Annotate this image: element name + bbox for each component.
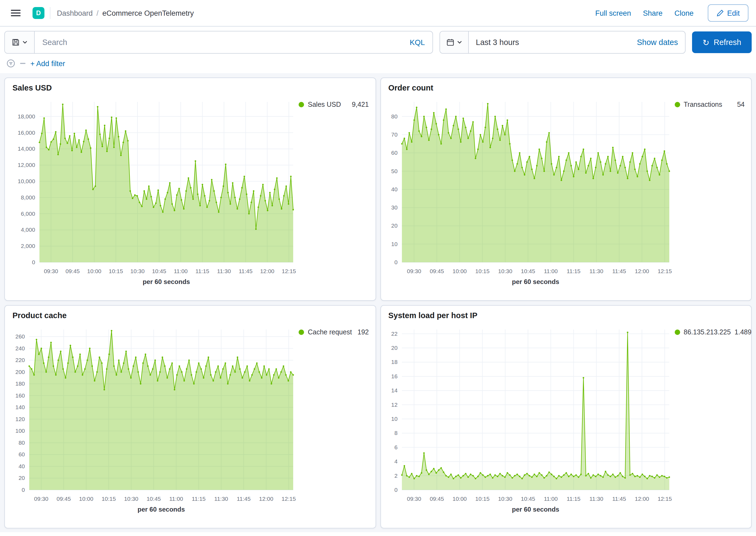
svg-text:220: 220: [16, 357, 25, 363]
chart-legend: Transactions 54: [674, 94, 745, 108]
svg-text:12:15: 12:15: [281, 496, 296, 502]
svg-text:80: 80: [391, 113, 397, 119]
header-actions: Full screen Share Clone Edit: [595, 4, 748, 22]
svg-text:10:30: 10:30: [124, 496, 139, 502]
svg-text:200: 200: [16, 369, 25, 375]
edit-button[interactable]: Edit: [707, 4, 748, 22]
svg-text:10: 10: [391, 241, 397, 247]
panel-title[interactable]: Order count: [387, 83, 745, 94]
chart-legend: 86.135.213.225 1.489: [674, 322, 745, 336]
svg-text:2,000: 2,000: [21, 243, 35, 249]
legend-label: 86.135.213.225: [684, 328, 731, 336]
legend-item[interactable]: Cache request 192: [299, 328, 369, 336]
breadcrumb-separator: /: [96, 9, 99, 17]
kql-selector[interactable]: KQL: [402, 38, 433, 47]
sales-usd-area-chart[interactable]: 02,0004,0006,0008,00010,00012,00014,0001…: [11, 94, 299, 288]
legend-item[interactable]: Sales USD 9,421: [299, 101, 369, 108]
svg-text:per 60 seconds: per 60 seconds: [511, 278, 559, 285]
legend-label: Cache request: [308, 328, 352, 336]
svg-text:140: 140: [16, 404, 25, 410]
svg-text:10:30: 10:30: [498, 268, 512, 274]
svg-text:12: 12: [391, 402, 397, 408]
svg-text:0: 0: [394, 259, 398, 265]
legend-series-dot: [299, 102, 304, 107]
svg-text:09:45: 09:45: [57, 496, 71, 502]
svg-text:10:45: 10:45: [520, 496, 535, 502]
svg-text:11:45: 11:45: [237, 496, 251, 502]
svg-text:16: 16: [391, 373, 397, 379]
svg-text:11:30: 11:30: [589, 268, 603, 274]
breadcrumb: Dashboard / eCommerce OpenTelemetry: [57, 9, 194, 17]
svg-text:09:45: 09:45: [66, 268, 80, 274]
svg-text:16,000: 16,000: [17, 129, 35, 136]
svg-text:14: 14: [391, 387, 398, 393]
svg-text:12:00: 12:00: [260, 268, 275, 274]
svg-text:10:15: 10:15: [109, 268, 123, 274]
svg-text:per 60 seconds: per 60 seconds: [138, 506, 185, 513]
filter-bar: + Add filter: [0, 58, 756, 73]
svg-text:20: 20: [18, 475, 25, 481]
product-cache-area-chart[interactable]: 02040608010012014016018020022024026009:3…: [11, 322, 299, 516]
filter-icon[interactable]: [7, 59, 15, 68]
svg-text:120: 120: [16, 416, 25, 422]
legend-item[interactable]: Transactions 54: [674, 101, 745, 108]
svg-text:per 60 seconds: per 60 seconds: [511, 506, 559, 513]
svg-text:11:00: 11:00: [543, 268, 557, 274]
svg-text:6: 6: [394, 444, 398, 451]
svg-text:10:15: 10:15: [102, 496, 116, 502]
pencil-icon: [716, 10, 723, 17]
panel-title[interactable]: Sales USD: [11, 83, 369, 94]
filter-separator: [20, 63, 25, 64]
legend-item[interactable]: 86.135.213.225 1.489: [674, 328, 745, 336]
svg-text:11:00: 11:00: [174, 268, 188, 274]
svg-text:70: 70: [391, 131, 397, 138]
svg-text:10:00: 10:00: [452, 496, 467, 502]
svg-text:14,000: 14,000: [17, 146, 35, 152]
system-load-area-chart[interactable]: 024681012141618202209:3009:4510:0010:151…: [387, 322, 674, 516]
refresh-button[interactable]: ↻ Refresh: [692, 31, 752, 53]
show-dates-link[interactable]: Show dates: [637, 38, 685, 47]
svg-text:60: 60: [18, 451, 25, 457]
breadcrumb-dashboard[interactable]: Dashboard: [57, 9, 93, 17]
date-picker: Last 3 hours Show dates: [440, 31, 686, 54]
svg-text:09:30: 09:30: [44, 268, 58, 274]
time-range-value[interactable]: Last 3 hours: [469, 38, 637, 47]
search-control: KQL: [4, 31, 433, 54]
quick-select-button[interactable]: [440, 31, 469, 53]
svg-text:40: 40: [18, 463, 25, 469]
page-title: eCommerce OpenTelemetry: [102, 9, 194, 17]
svg-text:11:15: 11:15: [566, 496, 580, 502]
menu-button[interactable]: [8, 5, 24, 21]
saved-query-button[interactable]: [5, 31, 35, 53]
full-screen-link[interactable]: Full screen: [595, 9, 631, 17]
svg-text:10:15: 10:15: [475, 496, 489, 502]
search-input[interactable]: [35, 31, 402, 53]
space-avatar[interactable]: D: [33, 7, 45, 19]
panel-title[interactable]: Product cache: [11, 310, 369, 322]
svg-text:per 60 seconds: per 60 seconds: [143, 278, 190, 285]
svg-text:12:15: 12:15: [657, 496, 672, 502]
share-link[interactable]: Share: [643, 9, 663, 17]
panel-title[interactable]: System load per host IP: [387, 310, 745, 322]
clone-link[interactable]: Clone: [674, 9, 694, 17]
svg-text:22: 22: [391, 331, 397, 337]
svg-text:12,000: 12,000: [17, 162, 35, 168]
svg-text:30: 30: [391, 204, 397, 211]
svg-text:6,000: 6,000: [21, 211, 35, 217]
query-bar: KQL Last 3 hours Show dates ↻ Refresh: [0, 26, 756, 58]
svg-text:10:00: 10:00: [452, 268, 467, 274]
svg-text:8,000: 8,000: [21, 194, 35, 201]
svg-text:11:15: 11:15: [195, 268, 209, 274]
svg-text:11:15: 11:15: [192, 496, 206, 502]
svg-text:11:45: 11:45: [612, 496, 626, 502]
svg-text:10:45: 10:45: [147, 496, 161, 502]
add-filter-link[interactable]: + Add filter: [30, 59, 65, 67]
svg-text:260: 260: [16, 333, 25, 340]
order-count-area-chart[interactable]: 0102030405060708009:3009:4510:0010:1510:…: [387, 94, 674, 288]
svg-text:09:30: 09:30: [407, 496, 421, 502]
svg-text:12:00: 12:00: [635, 268, 649, 274]
app-header: D Dashboard / eCommerce OpenTelemetry Fu…: [0, 0, 756, 26]
panel-system-load: System load per host IP 0246810121416182…: [380, 305, 752, 528]
save-icon: [12, 39, 19, 46]
svg-text:4,000: 4,000: [21, 226, 35, 233]
